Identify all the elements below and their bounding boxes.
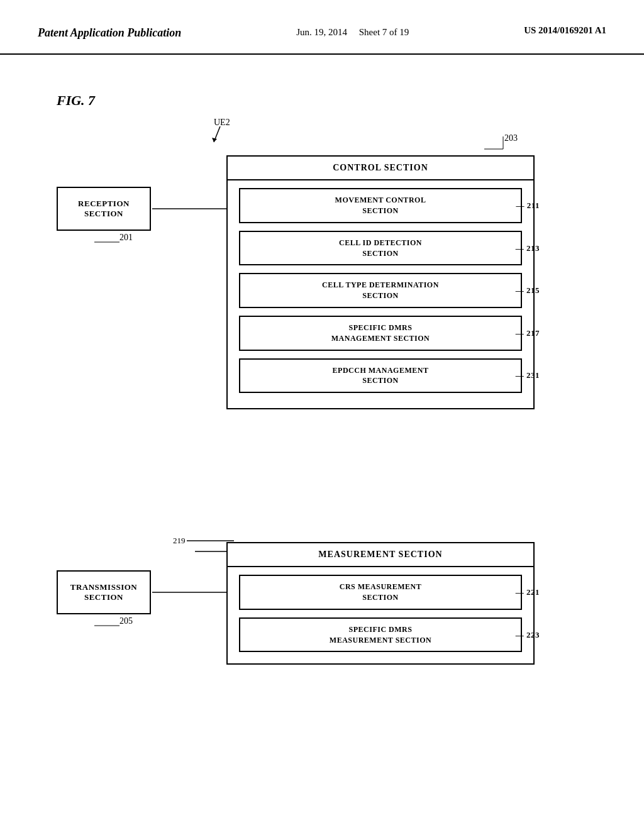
patent-number: US 2014/0169201 A1 — [524, 25, 606, 36]
sheet-info: Sheet 7 of 19 — [359, 27, 409, 37]
ref-213: — 213 — [516, 242, 540, 253]
cell-type-determination-box: CELL TYPE DETERMINATIONSECTION — 215 — [239, 273, 522, 308]
specific-dmrs-management-box: SPECIFIC DMRSMANAGEMENT SECTION — 217 — [239, 316, 522, 351]
ref-211: — 211 — [516, 200, 540, 211]
page-header: Patent Application Publication Jun. 19, … — [0, 0, 644, 55]
epdcch-management-box: EPDCCH MANAGEMENTSECTION — 231 — [239, 358, 522, 394]
measurement-section-title: MEASUREMENT SECTION — [228, 543, 533, 567]
measurement-section-inner: CRS MEASUREMENTSECTION — 221 SPECIFIC DM… — [228, 567, 533, 663]
control-section-inner: MOVEMENT CONTROLSECTION — 211 CELL ID DE… — [228, 180, 533, 408]
crs-measurement-box: CRS MEASUREMENTSECTION — 221 — [239, 575, 522, 610]
ref-219-line — [187, 540, 237, 541]
publication-date: Jun. 19, 2014 — [296, 27, 347, 37]
ref-221: — 221 — [516, 587, 540, 598]
patent-publication-label: Patent Application Publication — [38, 25, 181, 41]
ue-arrow-icon — [211, 126, 230, 148]
ref-231: — 231 — [516, 370, 540, 381]
ref-203: 203 — [484, 136, 522, 158]
specific-dmrs-measurement-box: SPECIFIC DMRSMEASUREMENT SECTION — 223 — [239, 617, 522, 653]
ref-205: 205 — [94, 619, 132, 634]
diagram-area: FIG. 7 UE2 RECEPTION SECTION — [0, 55, 644, 772]
cell-id-detection-box: CELL ID DETECTIONSECTION — 213 — [239, 231, 522, 266]
header-date-sheet: Jun. 19, 2014 Sheet 7 of 19 — [296, 25, 409, 40]
ue-label: UE2 — [214, 118, 230, 128]
ref-215: — 215 — [516, 285, 540, 296]
control-section-title: CONTROL SECTION — [228, 157, 533, 180]
measurement-section-container: MEASUREMENT SECTION CRS MEASUREMENTSECTI… — [226, 542, 535, 665]
ref-201: 201 — [94, 236, 132, 251]
reception-section-box: RECEPTION SECTION — [57, 187, 151, 231]
ref-217: — 217 — [516, 328, 540, 339]
svg-marker-1 — [212, 138, 217, 142]
main-diagram: RECEPTION SECTION 201 TRANSMISSION SECTI… — [57, 155, 585, 753]
figure-label: FIG. 7 — [57, 92, 95, 109]
control-section-container: CONTROL SECTION MOVEMENT CONTROLSECTION … — [226, 155, 535, 409]
page: Patent Application Publication Jun. 19, … — [0, 0, 644, 830]
ref-223: — 223 — [516, 629, 540, 640]
movement-control-box: MOVEMENT CONTROLSECTION — 211 — [239, 188, 522, 223]
transmission-section-box: TRANSMISSION SECTION — [57, 570, 151, 614]
